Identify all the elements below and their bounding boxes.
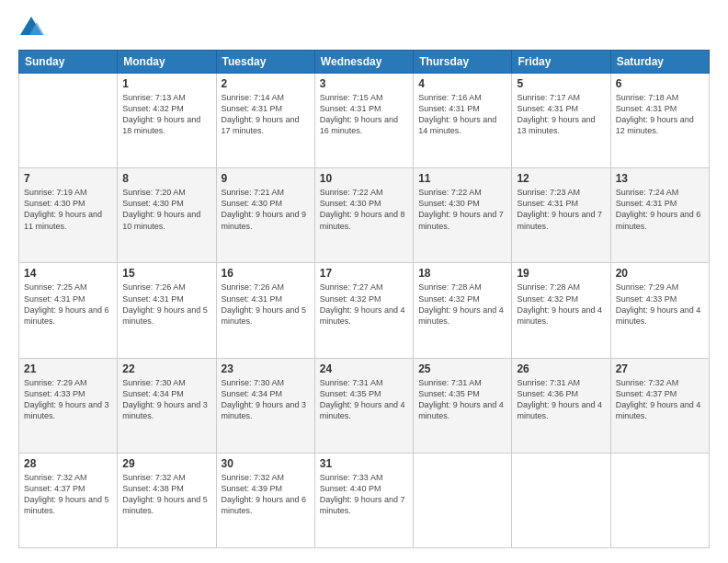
day-info: Sunrise: 7:31 AM Sunset: 4:35 PM Dayligh… [418, 377, 506, 422]
day-number: 13 [616, 172, 704, 185]
calendar-cell: 27Sunrise: 7:32 AM Sunset: 4:37 PM Dayli… [610, 358, 709, 453]
day-number: 14 [24, 267, 112, 280]
calendar-cell: 18Sunrise: 7:28 AM Sunset: 4:32 PM Dayli… [414, 263, 512, 358]
day-info: Sunrise: 7:24 AM Sunset: 4:31 PM Dayligh… [616, 187, 704, 232]
day-info: Sunrise: 7:25 AM Sunset: 4:31 PM Dayligh… [24, 282, 112, 327]
day-number: 22 [122, 362, 210, 375]
calendar-cell: 31Sunrise: 7:33 AM Sunset: 4:40 PM Dayli… [314, 453, 413, 547]
logo [18, 15, 46, 40]
calendar-cell: 20Sunrise: 7:29 AM Sunset: 4:33 PM Dayli… [610, 263, 709, 358]
day-number: 21 [24, 362, 112, 375]
day-info: Sunrise: 7:32 AM Sunset: 4:39 PM Dayligh… [222, 472, 310, 517]
day-info: Sunrise: 7:29 AM Sunset: 4:33 PM Dayligh… [24, 377, 112, 422]
day-number: 4 [418, 77, 506, 90]
day-number: 6 [616, 77, 704, 90]
day-number: 28 [24, 457, 112, 470]
calendar-cell [414, 453, 512, 547]
calendar-cell: 9Sunrise: 7:21 AM Sunset: 4:30 PM Daylig… [216, 168, 314, 263]
calendar-cell: 8Sunrise: 7:20 AM Sunset: 4:30 PM Daylig… [118, 168, 216, 263]
calendar-cell: 7Sunrise: 7:19 AM Sunset: 4:30 PM Daylig… [19, 168, 118, 263]
week-row-0: 1Sunrise: 7:13 AM Sunset: 4:32 PM Daylig… [19, 74, 710, 168]
day-number: 25 [418, 362, 506, 375]
day-number: 19 [517, 267, 605, 280]
weekday-header-saturday: Saturday [610, 51, 709, 74]
calendar-cell [512, 453, 610, 547]
calendar-cell: 23Sunrise: 7:30 AM Sunset: 4:34 PM Dayli… [216, 358, 314, 453]
calendar-cell: 10Sunrise: 7:22 AM Sunset: 4:30 PM Dayli… [314, 168, 413, 263]
week-row-4: 28Sunrise: 7:32 AM Sunset: 4:37 PM Dayli… [19, 453, 710, 547]
day-number: 16 [222, 267, 310, 280]
day-number: 5 [517, 77, 605, 90]
day-info: Sunrise: 7:26 AM Sunset: 4:31 PM Dayligh… [222, 282, 310, 327]
weekday-header-monday: Monday [118, 51, 216, 74]
calendar-cell: 29Sunrise: 7:32 AM Sunset: 4:38 PM Dayli… [118, 453, 216, 547]
weekday-header-sunday: Sunday [19, 51, 118, 74]
page: SundayMondayTuesdayWednesdayThursdayFrid… [0, 0, 728, 563]
weekday-header-friday: Friday [512, 51, 610, 74]
calendar-cell: 13Sunrise: 7:24 AM Sunset: 4:31 PM Dayli… [610, 168, 709, 263]
day-info: Sunrise: 7:31 AM Sunset: 4:35 PM Dayligh… [320, 377, 408, 422]
day-info: Sunrise: 7:21 AM Sunset: 4:30 PM Dayligh… [222, 187, 310, 232]
day-info: Sunrise: 7:14 AM Sunset: 4:31 PM Dayligh… [222, 92, 310, 137]
day-info: Sunrise: 7:17 AM Sunset: 4:31 PM Dayligh… [517, 92, 605, 137]
week-row-3: 21Sunrise: 7:29 AM Sunset: 4:33 PM Dayli… [19, 358, 710, 453]
weekday-header-wednesday: Wednesday [314, 51, 413, 74]
day-number: 17 [320, 267, 408, 280]
day-number: 30 [222, 457, 310, 470]
day-number: 31 [320, 457, 408, 470]
weekday-header-row: SundayMondayTuesdayWednesdayThursdayFrid… [19, 51, 710, 74]
weekday-header-tuesday: Tuesday [216, 51, 314, 74]
calendar-cell [610, 453, 709, 547]
logo-icon [18, 15, 44, 40]
day-info: Sunrise: 7:29 AM Sunset: 4:33 PM Dayligh… [616, 282, 704, 327]
calendar-cell: 16Sunrise: 7:26 AM Sunset: 4:31 PM Dayli… [216, 263, 314, 358]
calendar-cell: 30Sunrise: 7:32 AM Sunset: 4:39 PM Dayli… [216, 453, 314, 547]
calendar-cell: 24Sunrise: 7:31 AM Sunset: 4:35 PM Dayli… [314, 358, 413, 453]
day-number: 8 [122, 172, 210, 185]
weekday-header-thursday: Thursday [414, 51, 512, 74]
day-number: 18 [418, 267, 506, 280]
day-number: 29 [122, 457, 210, 470]
day-info: Sunrise: 7:15 AM Sunset: 4:31 PM Dayligh… [320, 92, 408, 137]
calendar-cell: 19Sunrise: 7:28 AM Sunset: 4:32 PM Dayli… [512, 263, 610, 358]
day-number: 15 [122, 267, 210, 280]
day-info: Sunrise: 7:28 AM Sunset: 4:32 PM Dayligh… [418, 282, 506, 327]
day-number: 20 [616, 267, 704, 280]
day-number: 12 [517, 172, 605, 185]
day-info: Sunrise: 7:26 AM Sunset: 4:31 PM Dayligh… [122, 282, 210, 327]
calendar-cell: 22Sunrise: 7:30 AM Sunset: 4:34 PM Dayli… [118, 358, 216, 453]
day-info: Sunrise: 7:22 AM Sunset: 4:30 PM Dayligh… [320, 187, 408, 232]
day-number: 1 [122, 77, 210, 90]
day-number: 7 [24, 172, 112, 185]
calendar-cell: 6Sunrise: 7:18 AM Sunset: 4:31 PM Daylig… [610, 74, 709, 168]
day-info: Sunrise: 7:23 AM Sunset: 4:31 PM Dayligh… [517, 187, 605, 232]
week-row-2: 14Sunrise: 7:25 AM Sunset: 4:31 PM Dayli… [19, 263, 710, 358]
day-number: 23 [222, 362, 310, 375]
calendar-cell: 25Sunrise: 7:31 AM Sunset: 4:35 PM Dayli… [414, 358, 512, 453]
day-info: Sunrise: 7:33 AM Sunset: 4:40 PM Dayligh… [320, 472, 408, 517]
calendar-cell: 14Sunrise: 7:25 AM Sunset: 4:31 PM Dayli… [19, 263, 118, 358]
day-number: 11 [418, 172, 506, 185]
calendar-cell: 1Sunrise: 7:13 AM Sunset: 4:32 PM Daylig… [118, 74, 216, 168]
header [18, 15, 710, 40]
day-number: 24 [320, 362, 408, 375]
calendar-cell: 4Sunrise: 7:16 AM Sunset: 4:31 PM Daylig… [414, 74, 512, 168]
calendar-cell: 15Sunrise: 7:26 AM Sunset: 4:31 PM Dayli… [118, 263, 216, 358]
day-info: Sunrise: 7:22 AM Sunset: 4:30 PM Dayligh… [418, 187, 506, 232]
day-number: 26 [517, 362, 605, 375]
day-info: Sunrise: 7:19 AM Sunset: 4:30 PM Dayligh… [24, 187, 112, 232]
day-number: 10 [320, 172, 408, 185]
day-info: Sunrise: 7:27 AM Sunset: 4:32 PM Dayligh… [320, 282, 408, 327]
day-number: 27 [616, 362, 704, 375]
calendar-cell: 3Sunrise: 7:15 AM Sunset: 4:31 PM Daylig… [314, 74, 413, 168]
calendar-cell: 11Sunrise: 7:22 AM Sunset: 4:30 PM Dayli… [414, 168, 512, 263]
calendar-cell [19, 74, 118, 168]
day-info: Sunrise: 7:20 AM Sunset: 4:30 PM Dayligh… [122, 187, 210, 232]
calendar-cell: 17Sunrise: 7:27 AM Sunset: 4:32 PM Dayli… [314, 263, 413, 358]
week-row-1: 7Sunrise: 7:19 AM Sunset: 4:30 PM Daylig… [19, 168, 710, 263]
day-info: Sunrise: 7:28 AM Sunset: 4:32 PM Dayligh… [517, 282, 605, 327]
day-info: Sunrise: 7:30 AM Sunset: 4:34 PM Dayligh… [222, 377, 310, 422]
calendar-table: SundayMondayTuesdayWednesdayThursdayFrid… [18, 50, 710, 548]
day-info: Sunrise: 7:13 AM Sunset: 4:32 PM Dayligh… [122, 92, 210, 137]
calendar-cell: 21Sunrise: 7:29 AM Sunset: 4:33 PM Dayli… [19, 358, 118, 453]
